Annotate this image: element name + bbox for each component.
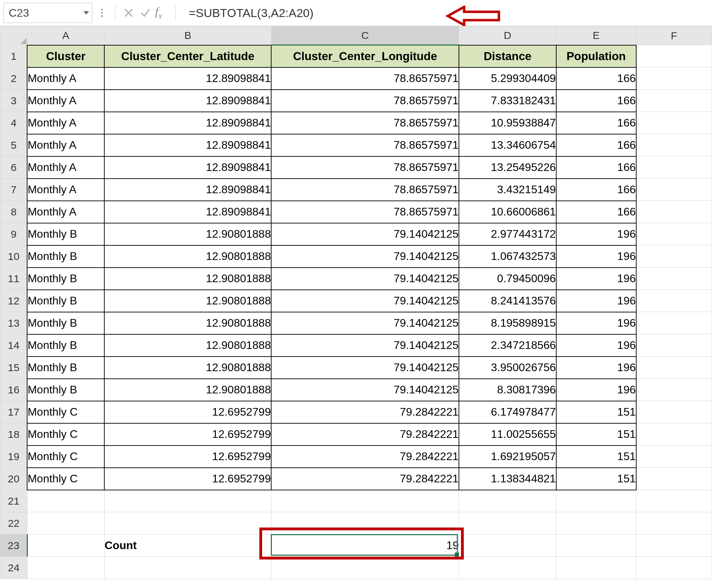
cell[interactable] xyxy=(556,512,636,534)
cell[interactable]: 196 xyxy=(556,357,636,379)
cell[interactable]: 151 xyxy=(556,423,636,446)
cell[interactable]: 12.6952799 xyxy=(104,423,271,446)
cell[interactable]: 151 xyxy=(556,401,636,423)
row-header[interactable]: 10 xyxy=(0,245,27,268)
cell[interactable]: 13.34606754 xyxy=(459,134,556,156)
table-header[interactable]: Distance xyxy=(459,45,556,67)
row-header[interactable]: 6 xyxy=(0,156,27,179)
cell[interactable]: 151 xyxy=(556,446,636,468)
cell[interactable]: 11.00255655 xyxy=(459,423,556,446)
cell[interactable]: 79.14042125 xyxy=(271,379,459,401)
cell[interactable]: 12.6952799 xyxy=(104,446,271,468)
row-header[interactable]: 24 xyxy=(0,557,27,579)
cell[interactable] xyxy=(636,357,712,379)
row-header[interactable]: 5 xyxy=(0,134,27,156)
cell[interactable]: 166 xyxy=(556,134,636,156)
cell[interactable] xyxy=(636,90,712,112)
cell[interactable] xyxy=(636,379,712,401)
cell[interactable]: 78.86575971 xyxy=(271,134,459,156)
cell[interactable] xyxy=(459,534,556,557)
cancel-icon[interactable] xyxy=(122,6,136,20)
spreadsheet-grid[interactable]: A B C D E F 1 Cluster Cluster_Center_Lat… xyxy=(0,26,712,579)
cell[interactable]: Monthly A xyxy=(27,179,104,201)
row-header[interactable]: 17 xyxy=(0,401,27,423)
cell[interactable]: Monthly B xyxy=(27,245,104,268)
cell[interactable]: 79.2842221 xyxy=(271,401,459,423)
cell[interactable] xyxy=(459,490,556,512)
table-header[interactable]: Cluster_Center_Latitude xyxy=(104,45,271,67)
cell[interactable]: 166 xyxy=(556,112,636,134)
cell[interactable]: 13.25495226 xyxy=(459,156,556,179)
cell[interactable]: 78.86575971 xyxy=(271,67,459,90)
cell[interactable] xyxy=(271,557,459,579)
cell[interactable]: 10.95938847 xyxy=(459,112,556,134)
row-header[interactable]: 15 xyxy=(0,357,27,379)
cell[interactable]: 6.174978477 xyxy=(459,401,556,423)
cell[interactable] xyxy=(636,423,712,446)
row-header[interactable]: 21 xyxy=(0,490,27,512)
cell[interactable] xyxy=(636,134,712,156)
row-header[interactable]: 1 xyxy=(0,45,27,67)
cell[interactable]: 78.86575971 xyxy=(271,156,459,179)
cell[interactable]: Monthly A xyxy=(27,67,104,90)
table-header[interactable]: Cluster xyxy=(27,45,104,67)
cell[interactable] xyxy=(636,334,712,357)
cell[interactable]: 12.90801888 xyxy=(104,357,271,379)
cell[interactable]: Monthly A xyxy=(27,90,104,112)
cell[interactable]: 0.79450096 xyxy=(459,268,556,290)
name-box[interactable]: C23 xyxy=(3,3,92,23)
cell[interactable] xyxy=(459,512,556,534)
cell[interactable] xyxy=(104,557,271,579)
cell[interactable]: 3.950026756 xyxy=(459,357,556,379)
col-header-B[interactable]: B xyxy=(104,26,271,45)
row-header[interactable]: 12 xyxy=(0,290,27,312)
cell[interactable] xyxy=(636,45,712,67)
cell[interactable] xyxy=(636,268,712,290)
cell[interactable]: Monthly B xyxy=(27,268,104,290)
cell[interactable] xyxy=(271,490,459,512)
row-header[interactable]: 11 xyxy=(0,268,27,290)
cell[interactable]: 12.89098841 xyxy=(104,90,271,112)
cell[interactable] xyxy=(636,67,712,90)
cell[interactable]: 79.14042125 xyxy=(271,334,459,357)
cell[interactable]: Monthly A xyxy=(27,201,104,223)
cell[interactable]: 12.89098841 xyxy=(104,179,271,201)
col-header-F[interactable]: F xyxy=(636,26,712,45)
row-header[interactable]: 13 xyxy=(0,312,27,334)
cell[interactable] xyxy=(636,290,712,312)
cell[interactable]: Monthly C xyxy=(27,446,104,468)
cell[interactable]: 1.138344821 xyxy=(459,468,556,490)
row-header[interactable]: 22 xyxy=(0,512,27,534)
more-icon[interactable] xyxy=(95,6,109,20)
cell[interactable] xyxy=(27,557,104,579)
cell[interactable]: Monthly B xyxy=(27,379,104,401)
cell[interactable] xyxy=(636,490,712,512)
cell[interactable]: 196 xyxy=(556,223,636,245)
row-header[interactable]: 3 xyxy=(0,90,27,112)
row-header[interactable]: 2 xyxy=(0,67,27,90)
selected-cell[interactable]: 19 xyxy=(271,534,459,557)
cell[interactable]: 78.86575971 xyxy=(271,112,459,134)
cell[interactable]: 1.692195057 xyxy=(459,446,556,468)
cell[interactable] xyxy=(636,557,712,579)
cell[interactable] xyxy=(636,534,712,557)
table-header[interactable]: Population xyxy=(556,45,636,67)
row-header[interactable]: 23 xyxy=(0,534,27,557)
cell[interactable]: Monthly B xyxy=(27,223,104,245)
select-all-corner[interactable] xyxy=(0,26,27,45)
cell[interactable]: 7.833182431 xyxy=(459,90,556,112)
cell[interactable] xyxy=(636,446,712,468)
cell[interactable]: Monthly B xyxy=(27,290,104,312)
cell[interactable]: 166 xyxy=(556,90,636,112)
cell[interactable]: 12.89098841 xyxy=(104,67,271,90)
cell[interactable] xyxy=(459,557,556,579)
cell[interactable]: 196 xyxy=(556,245,636,268)
cell[interactable]: Monthly A xyxy=(27,112,104,134)
cell[interactable]: 8.241413576 xyxy=(459,290,556,312)
cell[interactable] xyxy=(636,156,712,179)
row-header[interactable]: 18 xyxy=(0,423,27,446)
cell[interactable]: Monthly A xyxy=(27,134,104,156)
cell[interactable]: Monthly B xyxy=(27,357,104,379)
cell[interactable]: 196 xyxy=(556,268,636,290)
formula-input[interactable]: =SUBTOTAL(3,A2:A20) xyxy=(182,6,709,20)
